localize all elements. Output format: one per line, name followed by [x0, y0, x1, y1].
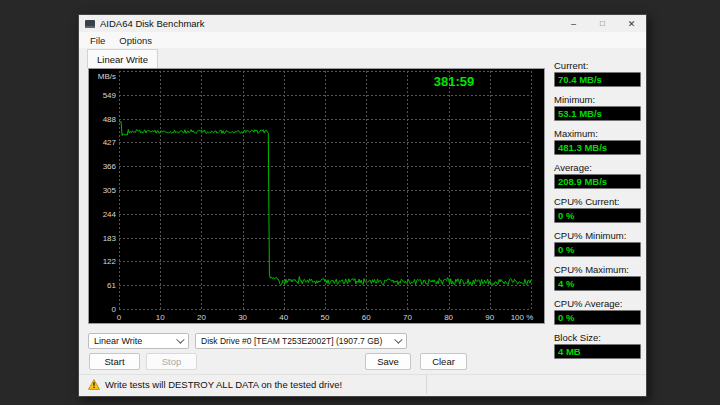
clear-button[interactable]: Clear — [420, 353, 467, 370]
x-tick-label: 10 — [156, 313, 165, 322]
y-tick-label: 183 — [103, 234, 117, 243]
menu-options[interactable]: Options — [112, 35, 159, 46]
stat-group-minimum: Minimum: 53.1 MB/s — [554, 94, 641, 121]
tab-linear-write[interactable]: Linear Write — [87, 49, 158, 68]
stat-label: Maximum: — [554, 128, 641, 139]
stat-value-box: 0 % — [554, 208, 641, 223]
title-bar[interactable]: AIDA64 Disk Benchmark – □ ✕ — [79, 15, 646, 32]
stat-group-average: Average: 208.9 MB/s — [554, 162, 641, 189]
stat-group-cpu-average: CPU% Average: 0 % — [554, 298, 641, 325]
status-empty-cell — [426, 375, 646, 394]
stat-value-box: 0 % — [554, 242, 641, 257]
minimize-icon[interactable]: – — [559, 15, 588, 32]
stat-label: Minimum: — [554, 94, 641, 105]
status-warning-cell: Write tests will DESTROY ALL DATA on the… — [79, 375, 426, 394]
stat-label: CPU% Average: — [554, 298, 641, 309]
stat-group-cpu-maximum: CPU% Maximum: 4 % — [554, 264, 641, 291]
stat-value-box: 208.9 MB/s — [554, 174, 641, 189]
stat-value-box: 4 % — [554, 276, 641, 291]
app-icon — [85, 20, 95, 28]
chevron-down-icon — [176, 335, 184, 343]
stat-label: CPU% Minimum: — [554, 230, 641, 241]
test-type-select[interactable]: Linear Write — [88, 333, 189, 349]
stat-value-box: 0 % — [554, 310, 641, 325]
x-tick-label: 80 — [444, 313, 453, 322]
x-tick-label: 90 — [485, 313, 494, 322]
drive-select[interactable]: Disk Drive #0 [TEAM T253E2002T] (1907.7 … — [195, 333, 407, 349]
elapsed-time: 381:59 — [434, 74, 474, 89]
stat-value-box: 481.3 MB/s — [554, 140, 641, 155]
x-tick-label: 40 — [279, 313, 288, 322]
desktop-background: AIDA64 Disk Benchmark – □ ✕ File Options… — [0, 0, 720, 405]
y-tick-label: 427 — [103, 138, 117, 147]
stat-value-box: 53.1 MB/s — [554, 106, 641, 121]
window-controls: – □ ✕ — [559, 15, 646, 32]
x-tick-label: 20 — [197, 313, 206, 322]
menu-file[interactable]: File — [83, 35, 112, 46]
stat-value-box: 70.4 MB/s — [554, 72, 641, 87]
x-tick-label: 30 — [238, 313, 247, 322]
x-tick-label: 60 — [362, 313, 371, 322]
stat-label: Average: — [554, 162, 641, 173]
status-bar: Write tests will DESTROY ALL DATA on the… — [79, 374, 646, 394]
window-title: AIDA64 Disk Benchmark — [100, 18, 205, 29]
y-tick-label: 122 — [103, 257, 117, 266]
x-tick-label: 100 % — [511, 313, 534, 322]
y-tick-label: 488 — [103, 115, 117, 124]
stat-label: CPU% Current: — [554, 196, 641, 207]
y-tick-label: 549 — [103, 91, 117, 100]
stop-button[interactable]: Stop — [146, 353, 197, 370]
stat-group-current: Current: 70.4 MB/s — [554, 60, 641, 87]
save-button[interactable]: Save — [365, 353, 411, 370]
y-tick-label: 366 — [103, 162, 117, 171]
stat-group-block-size: Block Size: 4 MB — [554, 332, 641, 359]
start-button[interactable]: Start — [89, 353, 140, 370]
y-tick-label: 61 — [107, 281, 116, 290]
stat-label: Block Size: — [554, 332, 641, 343]
stat-label: CPU% Maximum: — [554, 264, 641, 275]
warning-icon — [88, 379, 100, 390]
stat-value-box: 4 MB — [554, 344, 641, 359]
y-axis-unit: MB/s — [98, 72, 116, 81]
maximize-icon[interactable]: □ — [588, 15, 617, 32]
stat-group-cpu-current: CPU% Current: 0 % — [554, 196, 641, 223]
chart-area: MB/s061122183244305366427488549010203040… — [88, 68, 545, 324]
test-type-value: Linear Write — [94, 336, 142, 346]
stat-label: Current: — [554, 60, 641, 71]
menu-bar: File Options — [79, 32, 646, 48]
y-tick-label: 244 — [103, 210, 117, 219]
stat-group-maximum: Maximum: 481.3 MB/s — [554, 128, 641, 155]
x-tick-label: 50 — [321, 313, 330, 322]
stats-panel: Current: 70.4 MB/s Minimum: 53.1 MB/s Ma… — [554, 60, 641, 366]
chevron-down-icon — [394, 335, 402, 343]
aida64-disk-benchmark-window: AIDA64 Disk Benchmark – □ ✕ File Options… — [78, 14, 647, 397]
drive-select-value: Disk Drive #0 [TEAM T253E2002T] (1907.7 … — [201, 336, 382, 346]
x-tick-label: 0 — [117, 313, 122, 322]
x-tick-label: 70 — [403, 313, 412, 322]
y-tick-label: 305 — [103, 186, 117, 195]
stat-group-cpu-minimum: CPU% Minimum: 0 % — [554, 230, 641, 257]
warning-text: Write tests will DESTROY ALL DATA on the… — [105, 379, 342, 390]
benchmark-chart-svg: MB/s061122183244305366427488549010203040… — [89, 69, 544, 323]
close-icon[interactable]: ✕ — [617, 15, 646, 32]
